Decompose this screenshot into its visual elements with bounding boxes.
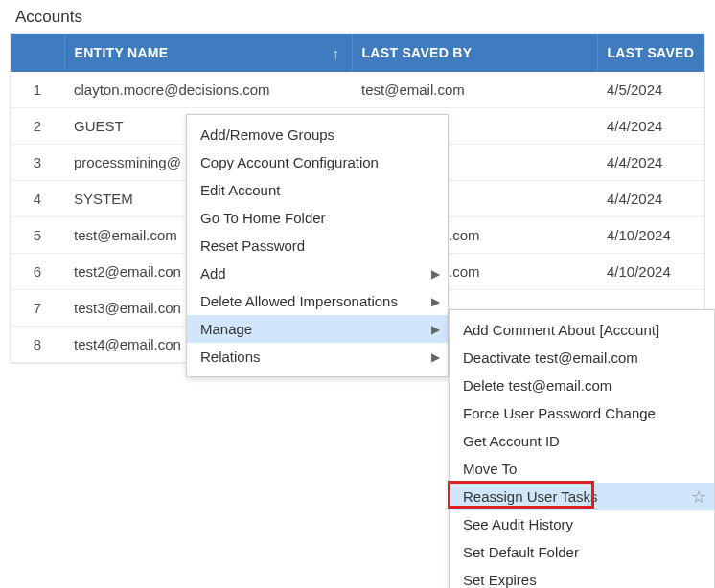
ctx-sub-item-label: Get Account ID — [463, 433, 560, 449]
row-on: 4/4/2024 — [597, 145, 704, 181]
row-entity: clayton.moore@decisions.com — [64, 72, 352, 108]
ctx-item-add[interactable]: Add▶ — [187, 260, 448, 287]
col-last-saved-on[interactable]: LAST SAVED — [597, 34, 704, 72]
ctx-sub-item-set-expires[interactable]: Set Expires — [450, 566, 714, 588]
row-index: 4 — [11, 181, 64, 217]
ctx-item-delete-allowed-impersonations[interactable]: Delete Allowed Impersonations▶ — [187, 287, 448, 315]
table-row[interactable]: 1clayton.moore@decisions.comtest@email.c… — [11, 72, 704, 108]
ctx-item-label: Go To Home Folder — [200, 210, 326, 226]
col-entity-name-label: ENTITY NAME — [75, 45, 169, 60]
ctx-item-reset-password[interactable]: Reset Password — [187, 232, 448, 260]
ctx-item-manage[interactable]: Manage▶ — [187, 315, 448, 343]
ctx-sub-item-get-account-id[interactable]: Get Account ID — [450, 427, 714, 455]
ctx-item-copy-account-configuration[interactable]: Copy Account Configuration — [187, 148, 448, 176]
ctx-item-label: Add/Remove Groups — [200, 126, 334, 143]
ctx-item-relations[interactable]: Relations▶ — [187, 343, 448, 371]
ctx-sub-item-set-default-folder[interactable]: Set Default Folder — [450, 538, 714, 566]
ctx-item-go-to-home-folder[interactable]: Go To Home Folder — [187, 204, 448, 232]
row-on: 4/10/2024 — [597, 254, 704, 290]
ctx-sub-item-force-user-password-change[interactable]: Force User Password Change — [450, 399, 714, 427]
ctx-sub-item-label: Move To — [463, 461, 517, 477]
ctx-sub-item-label: Set Default Folder — [463, 544, 579, 560]
chevron-right-icon: ▶ — [431, 295, 440, 308]
row-index: 3 — [11, 145, 64, 181]
ctx-sub-item-delete-test-email-com[interactable]: Delete test@email.com — [450, 372, 714, 399]
ctx-item-label: Reset Password — [200, 237, 305, 254]
ctx-sub-item-label: See Audit History — [463, 516, 573, 532]
row-index: 1 — [11, 72, 64, 108]
row-index: 6 — [11, 254, 64, 290]
star-icon[interactable]: ☆ — [691, 486, 706, 508]
ctx-sub-item-label: Set Expires — [463, 572, 537, 588]
ctx-item-label: Delete Allowed Impersonations — [200, 293, 398, 309]
col-index[interactable] — [11, 34, 64, 72]
chevron-right-icon: ▶ — [431, 323, 440, 336]
ctx-sub-item-deactivate-test-email-com[interactable]: Deactivate test@email.com — [450, 344, 714, 372]
chevron-right-icon: ▶ — [431, 267, 440, 281]
ctx-sub-item-label: Delete test@email.com — [463, 377, 611, 394]
context-menu: Add/Remove GroupsCopy Account Configurat… — [186, 114, 449, 377]
ctx-item-label: Edit Account — [200, 182, 280, 198]
col-last-saved-by[interactable]: LAST SAVED BY — [352, 34, 597, 72]
ctx-sub-item-see-audit-history[interactable]: See Audit History — [450, 510, 714, 538]
ctx-sub-item-label: Force User Password Change — [463, 405, 656, 421]
ctx-sub-item-move-to[interactable]: Move To — [450, 455, 714, 483]
col-entity-name[interactable]: ENTITY NAME ↑ — [64, 34, 352, 72]
ctx-sub-item-label: Reassign User Tasks — [463, 488, 598, 505]
sort-asc-icon: ↑ — [333, 45, 340, 61]
context-submenu: Add Comment About [Account]Deactivate te… — [449, 309, 715, 588]
row-index: 5 — [11, 217, 64, 254]
row-on: 4/4/2024 — [597, 108, 704, 145]
ctx-sub-item-reassign-user-tasks[interactable]: Reassign User Tasks☆ — [450, 483, 714, 510]
ctx-item-add-remove-groups[interactable]: Add/Remove Groups — [187, 121, 448, 148]
row-index: 8 — [11, 327, 64, 363]
row-index: 7 — [11, 290, 64, 327]
ctx-sub-item-add-comment-about-account[interactable]: Add Comment About [Account] — [450, 316, 714, 344]
row-by: test@email.com — [352, 72, 597, 108]
ctx-item-label: Copy Account Configuration — [200, 154, 379, 170]
row-on: 4/4/2024 — [597, 181, 704, 217]
ctx-sub-item-label: Add Comment About [Account] — [463, 322, 659, 338]
row-on: 4/5/2024 — [597, 72, 704, 108]
ctx-item-label: Add — [200, 265, 226, 282]
ctx-item-edit-account[interactable]: Edit Account — [187, 176, 448, 204]
row-on: 4/10/2024 — [597, 217, 704, 254]
row-index: 2 — [11, 108, 64, 145]
ctx-item-label: Manage — [200, 321, 252, 337]
ctx-item-label: Relations — [200, 349, 261, 365]
ctx-sub-item-label: Deactivate test@email.com — [463, 350, 638, 366]
page-title: Accounts — [0, 0, 715, 33]
chevron-right-icon: ▶ — [431, 351, 440, 364]
